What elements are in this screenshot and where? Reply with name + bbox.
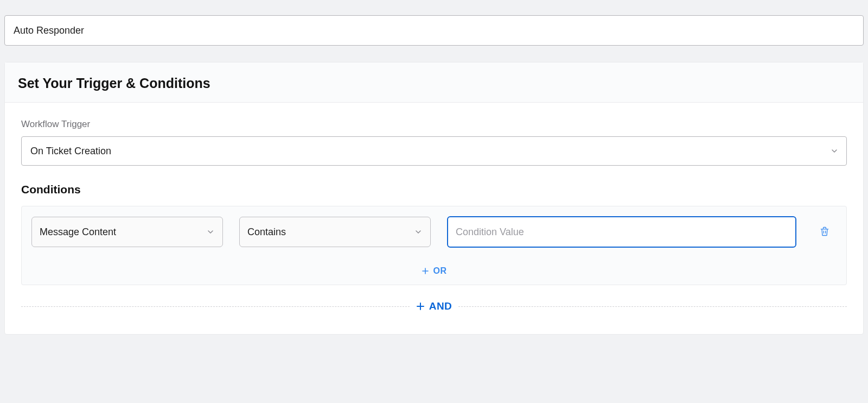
- card-header: Set Your Trigger & Conditions: [5, 62, 863, 103]
- card-body: Workflow Trigger On Ticket Creation Cond…: [5, 103, 863, 334]
- trash-icon: [819, 226, 830, 238]
- condition-field-value: Message Content: [40, 226, 116, 238]
- add-and-label: AND: [429, 300, 452, 312]
- add-or-wrap: OR: [31, 266, 837, 277]
- add-and-wrap: AND: [21, 300, 847, 312]
- condition-field-select[interactable]: Message Content: [31, 217, 223, 247]
- divider-line: [458, 306, 847, 307]
- chevron-down-icon: [206, 228, 215, 236]
- condition-operator-value: Contains: [247, 226, 286, 238]
- section-heading: Set Your Trigger & Conditions: [18, 75, 850, 91]
- conditions-heading: Conditions: [21, 183, 847, 196]
- conditions-group: Message Content Contains: [21, 206, 847, 285]
- add-or-label: OR: [433, 266, 447, 276]
- chevron-down-icon: [830, 147, 839, 155]
- plus-icon: [416, 302, 425, 311]
- chevron-down-icon: [414, 228, 423, 236]
- condition-row: Message Content Contains: [31, 216, 837, 248]
- divider-line: [21, 306, 410, 307]
- workflow-name-input[interactable]: [4, 15, 864, 46]
- delete-condition-button[interactable]: [813, 220, 837, 244]
- add-or-condition-button[interactable]: OR: [422, 266, 447, 276]
- workflow-trigger-select[interactable]: On Ticket Creation: [21, 136, 847, 166]
- plus-icon: [422, 267, 429, 275]
- workflow-trigger-value: On Ticket Creation: [30, 146, 111, 157]
- add-and-condition-button[interactable]: AND: [410, 300, 459, 312]
- workflow-trigger-label: Workflow Trigger: [21, 119, 847, 130]
- condition-operator-select[interactable]: Contains: [239, 217, 431, 247]
- trigger-conditions-card: Set Your Trigger & Conditions Workflow T…: [4, 62, 864, 335]
- condition-value-input[interactable]: [447, 216, 796, 248]
